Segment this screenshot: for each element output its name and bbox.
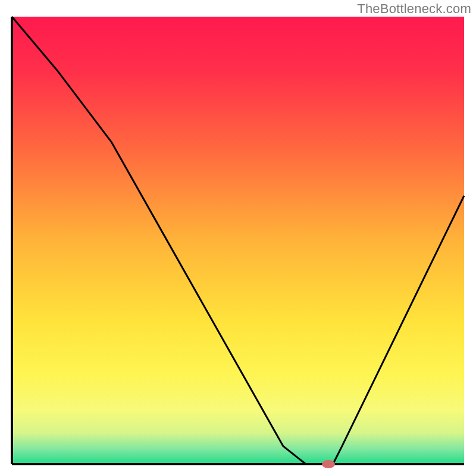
bottleneck-chart (0, 0, 476, 476)
watermark-text: TheBottleneck.com (357, 1, 471, 17)
plot-background (12, 17, 464, 464)
optimal-marker (322, 460, 335, 468)
